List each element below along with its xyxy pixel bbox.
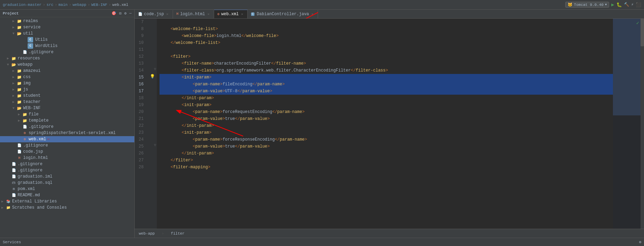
tree-item-webxml[interactable]: ⚙ web.xml ← bbox=[0, 136, 134, 142]
top-bar-right: 🐱 Tomcat 9.0.40 ▼ ▶ 🐛 🔨 ⚡ ⬛ bbox=[565, 2, 641, 8]
code-line-15: <init-param> bbox=[160, 74, 613, 81]
tab-icon: C bbox=[251, 12, 254, 16]
tree-item-gitignore1[interactable]: 📄 .gitignore bbox=[0, 49, 134, 55]
code-line-11 bbox=[160, 46, 613, 53]
tree-item-graduationiml[interactable]: 📄 graduation.iml bbox=[0, 173, 134, 180]
tree-item-resources[interactable]: ▶ 📁 resources bbox=[0, 55, 134, 62]
folder-icon: 📁 bbox=[22, 118, 28, 123]
close-sidebar-icon[interactable]: — bbox=[129, 11, 132, 16]
top-bar: graduation-master › src › main › webapp … bbox=[0, 0, 644, 10]
folder-icon: 📁 bbox=[17, 74, 22, 80]
collapse-icon[interactable]: ⊟ bbox=[119, 11, 122, 16]
more-button[interactable]: ⚡ bbox=[631, 2, 634, 7]
tree-item-util[interactable]: ▼ 📂 util bbox=[0, 30, 134, 37]
tree-label: graduation.sql bbox=[18, 180, 52, 185]
tree-item-gitignore2[interactable]: 📄 .gitignore bbox=[0, 124, 134, 130]
tree-label: WEB-INF bbox=[23, 106, 40, 111]
tree-item-gitignore4[interactable]: 📄 .gitignore bbox=[0, 161, 134, 167]
tree-label: login.html bbox=[23, 155, 48, 160]
file-icon: 📄 bbox=[17, 143, 22, 148]
java-icon: C bbox=[28, 37, 33, 42]
xml-icon: ⚙ bbox=[22, 130, 28, 136]
tab-codejsp[interactable]: 📄 code.jsp ✕ bbox=[135, 10, 173, 18]
tree-item-readme[interactable]: 📄 README.md bbox=[0, 192, 134, 198]
arrow-icon: ▼ bbox=[12, 106, 17, 110]
arrow-icon: ▶ bbox=[18, 119, 22, 123]
tree-item-teacher[interactable]: ▶ 📁 teacher bbox=[0, 99, 134, 105]
tree-item-loginhtml[interactable]: H login.html bbox=[0, 155, 134, 161]
code-line-16: <param-name> fileEncoding </param-name> bbox=[160, 81, 613, 88]
fold-marker[interactable]: ▽ bbox=[154, 143, 156, 147]
settings-icon[interactable]: ⚙ bbox=[124, 11, 127, 16]
bulb-icon[interactable]: 💡 bbox=[150, 74, 155, 79]
tree-item-amazeui[interactable]: ▶ 📁 amazeui bbox=[0, 68, 134, 74]
tree-label: springDispatcherServlet-servlet.xml bbox=[29, 131, 116, 135]
tree-item-scratches[interactable]: ▶ 📁 Scratches and Consoles bbox=[0, 205, 134, 211]
arrow-icon: ▶ bbox=[1, 199, 6, 204]
tree-label: service bbox=[23, 25, 40, 30]
tomcat-config[interactable]: 🐱 Tomcat 9.0.40 ▼ bbox=[565, 2, 609, 8]
dropdown-icon[interactable]: ▼ bbox=[605, 3, 607, 7]
html-icon: H bbox=[17, 155, 22, 161]
tab-webxml[interactable]: ⚙ web.xml ✕ bbox=[214, 10, 248, 18]
tree-item-springdispatcher[interactable]: ⚙ springDispatcherServlet-servlet.xml bbox=[0, 130, 134, 136]
run-button[interactable]: ▶ bbox=[611, 2, 614, 8]
line-num: 17 bbox=[135, 88, 146, 95]
fold-marker[interactable]: ▽ bbox=[154, 67, 156, 71]
status-bar: Services ⚙ bbox=[0, 238, 644, 246]
debug-button[interactable]: 🐛 bbox=[616, 2, 622, 8]
tree-item-service[interactable]: ▶ 📁 service bbox=[0, 24, 134, 30]
services-label[interactable]: Services bbox=[3, 240, 21, 244]
breadcrumb-part: main bbox=[58, 3, 67, 7]
tree-label: README.md bbox=[18, 193, 40, 198]
minimap-selection bbox=[613, 19, 641, 115]
tree-item-gitignore3[interactable]: 📄 .gitignore bbox=[0, 142, 134, 149]
tree-item-realms[interactable]: ▶ 📁 realms bbox=[0, 18, 134, 24]
tab-label: login.html bbox=[180, 12, 205, 17]
scrollbar[interactable] bbox=[641, 19, 644, 229]
tree-label: img bbox=[23, 81, 31, 86]
tree-item-student[interactable]: ▶ 📁 student bbox=[0, 93, 134, 99]
folder-open-icon: 📂 bbox=[17, 105, 22, 111]
tree-item-file[interactable]: ▶ 📁 file bbox=[0, 111, 134, 117]
tab-bar: 📄 code.jsp ✕ H login.html ✕ ⚙ web.xml ✕ … bbox=[135, 10, 644, 19]
tab-close-codejsp[interactable]: ✕ bbox=[166, 12, 169, 16]
bottom-tab-webapp[interactable]: web-app bbox=[137, 231, 156, 236]
editor-area: 📄 code.jsp ✕ H login.html ✕ ⚙ web.xml ✕ … bbox=[135, 10, 644, 238]
tree-label: WordUtils bbox=[35, 44, 58, 48]
tree-item-external-libs[interactable]: ▶ 📚 External Libraries bbox=[0, 198, 134, 205]
file-icon: 📄 bbox=[11, 168, 17, 173]
tree-item-codejsp[interactable]: 📄 code.jsp bbox=[0, 149, 134, 155]
tree-item-templete[interactable]: ▶ 📁 templete bbox=[0, 117, 134, 124]
tree-item-webapp[interactable]: ▼ 📂 webapp bbox=[0, 62, 134, 68]
tab-label: code.jsp bbox=[144, 12, 164, 17]
tree-label: Scratches and Consoles bbox=[12, 205, 67, 210]
breadcrumb-part: webapp bbox=[73, 3, 86, 7]
line-num: 14 bbox=[135, 67, 146, 74]
tree-item-gitignore5[interactable]: 📄 .gitignore bbox=[0, 167, 134, 173]
tab-loginhtml[interactable]: H login.html ✕ bbox=[173, 10, 214, 18]
locate-icon[interactable]: 🎯 bbox=[112, 11, 116, 16]
arrow-icon: ▼ bbox=[7, 63, 11, 67]
stop-button[interactable]: ⬛ bbox=[636, 2, 641, 8]
bottom-tab-filter[interactable]: filter bbox=[170, 231, 186, 236]
code-line-7 bbox=[160, 19, 613, 26]
status-settings-icon[interactable]: ⚙ bbox=[639, 240, 641, 244]
tree-item-webinf[interactable]: ▼ 📂 WEB-INF bbox=[0, 105, 134, 111]
tab-close-loginhtml[interactable]: ✕ bbox=[208, 12, 210, 16]
tree-label: student bbox=[23, 93, 40, 98]
tree-item-img[interactable]: ▶ 📁 img bbox=[0, 80, 134, 86]
tree-item-graduationsql[interactable]: 🗃 graduation.sql bbox=[0, 180, 134, 186]
tree-item-css[interactable]: ▶ 📁 css bbox=[0, 74, 134, 80]
tree-label: .gitignore bbox=[29, 50, 54, 55]
tab-close-webxml[interactable]: ✕ bbox=[241, 12, 243, 16]
build-button[interactable]: 🔨 bbox=[624, 2, 629, 7]
code-line-26: </init-param> bbox=[160, 150, 613, 157]
scrollbar-thumb[interactable] bbox=[641, 19, 644, 46]
tree-item-pomxml[interactable]: m pom.xml bbox=[0, 186, 134, 192]
arrow-icon: ▶ bbox=[18, 112, 22, 116]
tree-item-wordutils[interactable]: C WordUtils bbox=[0, 43, 134, 49]
tree-item-utils[interactable]: C Utils bbox=[0, 37, 134, 43]
tree-item-js[interactable]: ▶ 📁 js bbox=[0, 86, 134, 93]
code-view[interactable]: <welcome-file-list> <welcome-file> login… bbox=[157, 19, 613, 229]
